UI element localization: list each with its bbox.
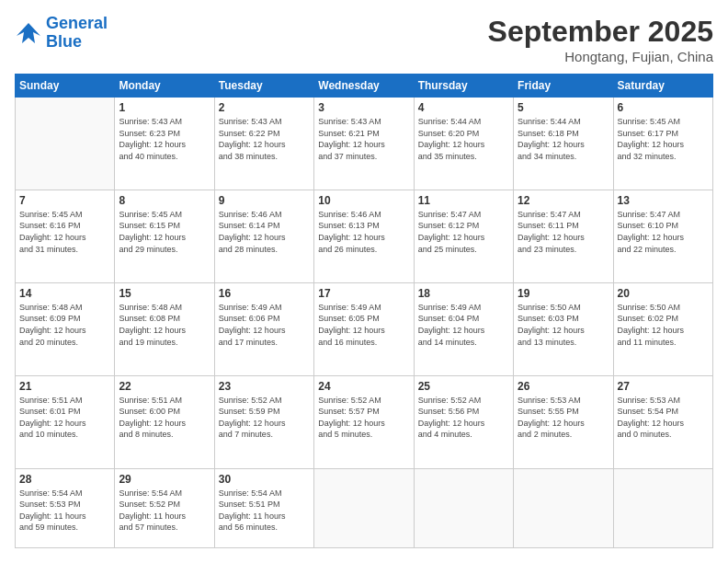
day-number: 23 — [219, 380, 310, 393]
calendar-cell: 28Sunrise: 5:54 AM Sunset: 5:53 PM Dayli… — [16, 468, 115, 547]
day-number: 12 — [518, 194, 609, 207]
calendar-cell: 2Sunrise: 5:43 AM Sunset: 6:22 PM Daylig… — [214, 98, 313, 190]
day-number: 21 — [19, 380, 110, 393]
day-number: 30 — [219, 473, 310, 486]
calendar-cell: 20Sunrise: 5:50 AM Sunset: 6:02 PM Dayli… — [613, 282, 712, 375]
day-info: Sunrise: 5:45 AM Sunset: 6:15 PM Dayligh… — [119, 209, 210, 255]
calendar-cell: 10Sunrise: 5:46 AM Sunset: 6:13 PM Dayli… — [314, 190, 414, 282]
calendar-cell: 29Sunrise: 5:54 AM Sunset: 5:52 PM Dayli… — [115, 468, 214, 547]
day-info: Sunrise: 5:47 AM Sunset: 6:11 PM Dayligh… — [518, 209, 609, 255]
calendar-cell: 22Sunrise: 5:51 AM Sunset: 6:00 PM Dayli… — [115, 375, 214, 468]
day-info: Sunrise: 5:47 AM Sunset: 6:12 PM Dayligh… — [418, 209, 509, 255]
calendar-cell: 25Sunrise: 5:52 AM Sunset: 5:56 PM Dayli… — [414, 375, 513, 468]
day-info: Sunrise: 5:47 AM Sunset: 6:10 PM Dayligh… — [618, 209, 709, 255]
weekday-header: Wednesday — [314, 75, 414, 98]
day-info: Sunrise: 5:45 AM Sunset: 6:17 PM Dayligh… — [618, 116, 709, 162]
calendar-cell: 23Sunrise: 5:52 AM Sunset: 5:59 PM Dayli… — [214, 375, 313, 468]
weekday-header: Saturday — [613, 75, 712, 98]
calendar-cell: 30Sunrise: 5:54 AM Sunset: 5:51 PM Dayli… — [214, 468, 313, 547]
logo: General Blue — [15, 15, 108, 52]
calendar-cell: 18Sunrise: 5:49 AM Sunset: 6:04 PM Dayli… — [414, 282, 513, 375]
logo-text: General Blue — [46, 15, 108, 52]
calendar-cell: 15Sunrise: 5:48 AM Sunset: 6:08 PM Dayli… — [115, 282, 214, 375]
calendar-cell: 9Sunrise: 5:46 AM Sunset: 6:14 PM Daylig… — [214, 190, 313, 282]
day-number: 6 — [618, 101, 709, 114]
day-number: 27 — [618, 380, 709, 393]
calendar-cell — [613, 468, 712, 547]
calendar-cell: 4Sunrise: 5:44 AM Sunset: 6:20 PM Daylig… — [414, 98, 513, 190]
day-info: Sunrise: 5:51 AM Sunset: 6:01 PM Dayligh… — [19, 395, 110, 441]
calendar-cell: 12Sunrise: 5:47 AM Sunset: 6:11 PM Dayli… — [514, 190, 613, 282]
calendar-cell — [514, 468, 613, 547]
calendar-cell: 1Sunrise: 5:43 AM Sunset: 6:23 PM Daylig… — [115, 98, 214, 190]
header: General Blue September 2025 Hongtang, Fu… — [15, 15, 713, 64]
calendar-cell: 27Sunrise: 5:53 AM Sunset: 5:54 PM Dayli… — [613, 375, 712, 468]
day-info: Sunrise: 5:43 AM Sunset: 6:21 PM Dayligh… — [318, 116, 409, 162]
day-number: 7 — [19, 194, 110, 207]
day-info: Sunrise: 5:50 AM Sunset: 6:03 PM Dayligh… — [518, 302, 609, 348]
weekday-header: Tuesday — [214, 75, 313, 98]
weekday-header: Friday — [514, 75, 613, 98]
calendar-cell: 11Sunrise: 5:47 AM Sunset: 6:12 PM Dayli… — [414, 190, 513, 282]
calendar-cell — [16, 98, 115, 190]
calendar-cell: 6Sunrise: 5:45 AM Sunset: 6:17 PM Daylig… — [613, 98, 712, 190]
day-number: 14 — [19, 287, 110, 300]
day-number: 5 — [518, 101, 609, 114]
day-number: 19 — [518, 287, 609, 300]
calendar-cell: 26Sunrise: 5:53 AM Sunset: 5:55 PM Dayli… — [514, 375, 613, 468]
day-info: Sunrise: 5:54 AM Sunset: 5:53 PM Dayligh… — [19, 488, 110, 534]
day-info: Sunrise: 5:43 AM Sunset: 6:22 PM Dayligh… — [219, 116, 310, 162]
day-number: 10 — [318, 194, 409, 207]
day-number: 3 — [318, 101, 409, 114]
day-number: 8 — [119, 194, 210, 207]
day-number: 16 — [219, 287, 310, 300]
svg-marker-0 — [17, 23, 40, 43]
day-info: Sunrise: 5:49 AM Sunset: 6:06 PM Dayligh… — [219, 302, 310, 348]
day-number: 18 — [418, 287, 509, 300]
day-info: Sunrise: 5:52 AM Sunset: 5:57 PM Dayligh… — [318, 395, 409, 441]
day-number: 29 — [119, 473, 210, 486]
day-number: 17 — [318, 287, 409, 300]
day-info: Sunrise: 5:53 AM Sunset: 5:54 PM Dayligh… — [618, 395, 709, 441]
day-info: Sunrise: 5:44 AM Sunset: 6:18 PM Dayligh… — [518, 116, 609, 162]
day-number: 22 — [119, 380, 210, 393]
day-number: 20 — [618, 287, 709, 300]
day-number: 25 — [418, 380, 509, 393]
calendar-cell — [314, 468, 414, 547]
day-number: 13 — [618, 194, 709, 207]
day-info: Sunrise: 5:43 AM Sunset: 6:23 PM Dayligh… — [119, 116, 210, 162]
calendar-cell: 3Sunrise: 5:43 AM Sunset: 6:21 PM Daylig… — [314, 98, 414, 190]
calendar-cell: 16Sunrise: 5:49 AM Sunset: 6:06 PM Dayli… — [214, 282, 313, 375]
calendar-cell: 14Sunrise: 5:48 AM Sunset: 6:09 PM Dayli… — [16, 282, 115, 375]
calendar-cell: 5Sunrise: 5:44 AM Sunset: 6:18 PM Daylig… — [514, 98, 613, 190]
title-block: September 2025 Hongtang, Fujian, China — [488, 15, 713, 64]
month-title: September 2025 — [488, 15, 713, 49]
weekday-header: Thursday — [414, 75, 513, 98]
day-info: Sunrise: 5:54 AM Sunset: 5:51 PM Dayligh… — [219, 488, 310, 534]
day-info: Sunrise: 5:48 AM Sunset: 6:08 PM Dayligh… — [119, 302, 210, 348]
day-info: Sunrise: 5:51 AM Sunset: 6:00 PM Dayligh… — [119, 395, 210, 441]
day-number: 9 — [219, 194, 310, 207]
day-number: 11 — [418, 194, 509, 207]
day-number: 24 — [318, 380, 409, 393]
day-info: Sunrise: 5:52 AM Sunset: 5:56 PM Dayligh… — [418, 395, 509, 441]
calendar-header-row: SundayMondayTuesdayWednesdayThursdayFrid… — [16, 75, 713, 98]
calendar-cell: 24Sunrise: 5:52 AM Sunset: 5:57 PM Dayli… — [314, 375, 414, 468]
day-info: Sunrise: 5:46 AM Sunset: 6:13 PM Dayligh… — [318, 209, 409, 255]
day-number: 26 — [518, 380, 609, 393]
weekday-header: Monday — [115, 75, 214, 98]
day-info: Sunrise: 5:49 AM Sunset: 6:05 PM Dayligh… — [318, 302, 409, 348]
day-info: Sunrise: 5:54 AM Sunset: 5:52 PM Dayligh… — [119, 488, 210, 534]
day-info: Sunrise: 5:48 AM Sunset: 6:09 PM Dayligh… — [19, 302, 110, 348]
calendar-cell: 13Sunrise: 5:47 AM Sunset: 6:10 PM Dayli… — [613, 190, 712, 282]
logo-icon — [15, 19, 42, 47]
day-info: Sunrise: 5:52 AM Sunset: 5:59 PM Dayligh… — [219, 395, 310, 441]
day-number: 4 — [418, 101, 509, 114]
calendar-page: General Blue September 2025 Hongtang, Fu… — [0, 0, 728, 563]
day-info: Sunrise: 5:46 AM Sunset: 6:14 PM Dayligh… — [219, 209, 310, 255]
calendar-cell: 21Sunrise: 5:51 AM Sunset: 6:01 PM Dayli… — [16, 375, 115, 468]
calendar-cell: 17Sunrise: 5:49 AM Sunset: 6:05 PM Dayli… — [314, 282, 414, 375]
location: Hongtang, Fujian, China — [488, 49, 713, 64]
day-number: 1 — [119, 101, 210, 114]
calendar-cell — [414, 468, 513, 547]
